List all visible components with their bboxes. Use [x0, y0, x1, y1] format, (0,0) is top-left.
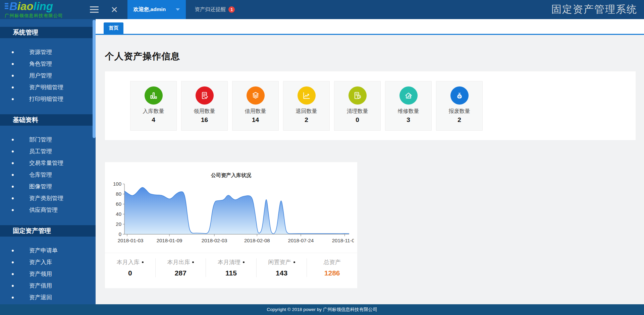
stat-card-return: 退回数量 2 — [283, 81, 330, 131]
sidebar-item-supplier-mgmt[interactable]: 供应商管理 — [0, 204, 96, 216]
bar-chart-icon — [145, 86, 163, 105]
bullet-icon — [12, 150, 14, 152]
app-title: 固定资产管理系统 — [551, 3, 637, 16]
sidebar-item-asset-detail-mgmt[interactable]: 资产明细管理 — [0, 81, 96, 93]
hamburger-menu-icon[interactable] — [90, 6, 99, 13]
sidebar-section-fixed-asset[interactable]: 固定资产管理 — [0, 225, 96, 237]
home-wrench-icon — [399, 86, 418, 105]
summary-month-outbound: 本月出库 287 — [155, 258, 206, 277]
sidebar-item-asset-category-mgmt[interactable]: 资产类别管理 — [0, 192, 96, 204]
document-clock-icon — [348, 86, 367, 105]
summary-month-inbound: 本月入库 0 — [105, 258, 155, 277]
chart-title: 公司资产入库状况 — [105, 162, 357, 179]
sidebar-item-role-mgmt[interactable]: 角色管理 — [0, 58, 96, 70]
sidebar-item-asset-return[interactable]: 资产退回 — [0, 292, 96, 303]
bullet-icon — [12, 162, 14, 164]
stat-card-requisition: 领用数量 16 — [181, 81, 228, 131]
bullet-icon — [12, 250, 14, 252]
welcome-label: 欢迎您,admin — [133, 6, 166, 13]
layers-icon — [247, 86, 265, 105]
dot-icon — [142, 261, 144, 263]
sidebar-item-asset-requisition[interactable]: 资产领用 — [0, 268, 96, 280]
tab-home[interactable]: 首页 — [104, 22, 123, 34]
sidebar-item-department-mgmt[interactable]: 部门管理 — [0, 134, 96, 145]
svg-text:2018-02-08: 2018-02-08 — [244, 238, 270, 243]
sidebar-item-employee-mgmt[interactable]: 员工管理 — [0, 145, 96, 157]
bullet-icon — [12, 51, 14, 53]
asset-intake-chart: 0204060801002018-01-032018-01-092018-02-… — [109, 181, 354, 247]
page-title: 个人资产操作信息 — [105, 50, 644, 62]
stat-card-scrap: $ 报废数量 2 — [436, 81, 483, 131]
svg-text:2018-02-03: 2018-02-03 — [202, 238, 227, 243]
stat-card-borrow: 借用数量 14 — [232, 81, 279, 131]
sidebar-item-asset-inbound[interactable]: 资产入库 — [0, 256, 96, 268]
bullet-icon — [12, 174, 14, 176]
summary-month-cleanup: 本月清理 115 — [206, 258, 256, 277]
stat-card-cleanup: 清理数量 0 — [334, 81, 381, 131]
sidebar-section-basic-data[interactable]: 基础资料 — [0, 114, 96, 126]
bullet-icon — [12, 98, 14, 100]
sidebar-scrollbar[interactable] — [93, 20, 96, 138]
asset-intake-chart-card: 公司资产入库状况 0204060801002018-01-032018-01-0… — [105, 162, 357, 288]
sidebar-section-system[interactable]: 系统管理 — [0, 27, 96, 38]
logo-subtitle: 广州标领信息科技有限公司 — [5, 13, 83, 19]
money-bag-icon: $ — [450, 86, 469, 105]
topbar: Biaoling 广州标领信息科技有限公司 ✕ 欢迎您,admin 资产归还提醒… — [0, 0, 644, 19]
bullet-icon — [12, 273, 14, 275]
company-logo: Biaoling 广州标领信息科技有限公司 — [5, 1, 83, 19]
sidebar-item-image-mgmt[interactable]: 图像管理 — [0, 181, 96, 192]
sidebar-item-warehouse-mgmt[interactable]: 仓库管理 — [0, 169, 96, 181]
copyright-text: Copyright © 2018 power by 广州标领信息科技有限公司 — [267, 307, 377, 313]
user-menu-button[interactable]: 欢迎您,admin — [127, 0, 186, 19]
bullet-icon — [12, 75, 14, 77]
svg-text:2018-01-09: 2018-01-09 — [157, 238, 182, 243]
svg-text:2018-11-06: 2018-11-06 — [332, 238, 354, 243]
sidebar-item-trade-constant-mgmt[interactable]: 交易常量管理 — [0, 157, 96, 169]
bullet-icon — [12, 86, 14, 88]
dot-icon — [293, 261, 295, 263]
bullet-icon — [12, 63, 14, 65]
sidebar-item-print-detail-mgmt[interactable]: 打印明细管理 — [0, 93, 96, 105]
summary-idle-assets: 闲置资产 143 — [256, 258, 307, 277]
bullet-icon — [12, 261, 14, 263]
dot-icon — [192, 261, 194, 263]
stat-card-inbound: 入库数量 4 — [130, 81, 177, 131]
bullet-icon — [12, 285, 14, 287]
svg-text:40: 40 — [116, 211, 121, 217]
logo-dashes-icon — [5, 3, 8, 9]
svg-text:2018-01-03: 2018-01-03 — [118, 238, 144, 243]
close-icon[interactable]: ✕ — [111, 5, 118, 14]
svg-text:20: 20 — [116, 221, 121, 227]
svg-text:60: 60 — [116, 201, 121, 207]
document-check-icon — [196, 86, 214, 105]
asset-return-reminder[interactable]: 资产归还提醒 1 — [195, 6, 235, 13]
bullet-icon — [12, 197, 14, 199]
bullet-icon — [12, 186, 14, 188]
stat-card-repair: 维修数量 3 — [385, 81, 432, 131]
tab-bar: 首页 — [96, 19, 644, 35]
footer: Copyright © 2018 power by 广州标领信息科技有限公司 — [0, 304, 644, 315]
dashboard-page: 个人资产操作信息 入库数量 4 — [96, 35, 644, 304]
sidebar: 系统管理 资源管理 角色管理 用户管理 资产明细管理 打印明细管理 基础资料 部… — [0, 19, 96, 304]
dot-icon — [243, 261, 245, 263]
sidebar-item-asset-borrow[interactable]: 资产借用 — [0, 280, 96, 292]
svg-text:80: 80 — [116, 191, 121, 197]
stat-cards-panel: 入库数量 4 领用数量 1 — [105, 71, 636, 140]
sidebar-item-user-mgmt[interactable]: 用户管理 — [0, 70, 96, 81]
bullet-icon — [12, 139, 14, 141]
svg-text:2018-07-24: 2018-07-24 — [288, 238, 314, 243]
chevron-down-icon — [176, 8, 180, 11]
svg-text:0: 0 — [119, 231, 121, 237]
bullet-icon — [12, 297, 14, 299]
svg-text:100: 100 — [113, 181, 121, 187]
summary-total-assets: 总资产 1286 — [307, 258, 357, 277]
bullet-icon — [12, 209, 14, 211]
notification-badge: 1 — [228, 6, 235, 13]
asset-summary-row: 本月入库 0 本月出库 287 本月清理 115 闲置资产 143 — [105, 253, 357, 277]
trend-chart-icon — [298, 86, 316, 105]
reminder-label: 资产归还提醒 — [195, 6, 226, 13]
logo-text: Biaoling — [9, 1, 53, 12]
sidebar-item-asset-request[interactable]: 资产申请单 — [0, 245, 96, 256]
sidebar-item-resource-mgmt[interactable]: 资源管理 — [0, 46, 96, 58]
